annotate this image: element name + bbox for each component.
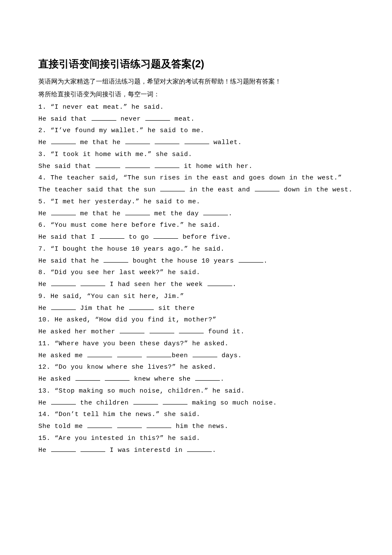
answer-text-segment: He asked me (38, 352, 87, 359)
question-line: 13. “Stop making so much noise, children… (38, 385, 354, 397)
answer-text-segment: making so much noise. (188, 399, 277, 407)
answer-text-segment: He (38, 210, 51, 217)
question-line: 2. “I’ve found my wallet.” he said to me… (38, 125, 354, 137)
answer-text-segment: Jim that he (76, 305, 129, 312)
answer-text-segment: wallet. (210, 139, 242, 146)
blank-input[interactable] (179, 327, 204, 333)
answer-text-segment: . (212, 447, 216, 454)
blank-input[interactable] (239, 256, 263, 263)
answer-text-segment: before five. (179, 234, 231, 241)
blank-input[interactable] (100, 232, 124, 239)
answer-text-segment: . (220, 376, 225, 383)
blank-input[interactable] (125, 137, 150, 144)
blank-input[interactable] (92, 114, 116, 121)
answer-line: She said that it home with her. (38, 161, 354, 173)
blank-input[interactable] (160, 185, 185, 191)
answer-text-segment: . (233, 281, 237, 288)
answer-text-segment: He (38, 139, 51, 146)
answer-text-segment (150, 163, 155, 170)
answer-line: He me that he wallet. (38, 137, 354, 149)
answer-text-segment: it home with her. (180, 163, 253, 170)
blank-input[interactable] (195, 374, 220, 381)
intro-text: 英语网为大家精选了一组语法练习题，希望对大家的考试有所帮助！练习题附有答案！ (38, 76, 354, 88)
blank-input[interactable] (203, 208, 228, 215)
blank-input[interactable] (147, 421, 171, 428)
answer-text-segment: He (38, 447, 51, 454)
blank-input[interactable] (255, 185, 280, 191)
answer-text-segment: me that he (76, 210, 125, 217)
question-line: 5. “I met her yesterday.” he said to me. (38, 196, 354, 208)
blank-input[interactable] (51, 208, 76, 215)
blank-input[interactable] (125, 161, 150, 168)
blank-input[interactable] (150, 327, 174, 333)
page-title: 直接引语变间接引语练习题及答案(2) (38, 55, 354, 73)
answer-text-segment: in the east and (185, 186, 254, 194)
answer-text-segment: He asked her mother (38, 328, 119, 335)
blank-input[interactable] (75, 374, 100, 381)
answer-text-segment: me that he (76, 139, 125, 146)
blank-input[interactable] (208, 279, 232, 286)
answer-text-segment: He said that he (38, 257, 103, 265)
blank-input[interactable] (95, 161, 120, 168)
answer-text-segment: The teacher said that the sun (38, 186, 160, 194)
answer-text-segment: the children (76, 399, 133, 407)
answer-text-segment: meat. (170, 116, 195, 123)
answer-text-segment (112, 352, 117, 359)
blank-input[interactable] (104, 256, 128, 263)
blank-input[interactable] (147, 350, 171, 357)
blank-input[interactable] (133, 398, 158, 405)
blank-input[interactable] (117, 350, 142, 357)
blank-input[interactable] (117, 421, 142, 428)
blank-input[interactable] (184, 137, 209, 144)
answer-text-segment: She told me (38, 423, 87, 430)
exercise-list: 1. “I never eat meat.” he said.He said t… (38, 101, 354, 457)
blank-input[interactable] (163, 398, 187, 405)
answer-line: He said that he bought the house 10 year… (38, 255, 354, 267)
blank-input[interactable] (51, 303, 76, 310)
answer-text-segment: He asked (38, 376, 75, 383)
blank-input[interactable] (155, 137, 179, 144)
worksheet-page: 直接引语变间接引语练习题及答案(2) 英语网为大家精选了一组语法练习题，希望对大… (0, 0, 392, 555)
answer-text-segment (175, 328, 179, 335)
blank-input[interactable] (129, 303, 154, 310)
answer-text-segment (112, 423, 117, 430)
answer-text-segment (121, 163, 125, 170)
answer-text-segment: sit there (154, 305, 195, 312)
answer-line: He Jim that he sit there (38, 303, 354, 315)
question-line: 6. “You must come here before five.” he … (38, 220, 354, 231)
blank-input[interactable] (51, 445, 76, 452)
answer-text-segment: days. (218, 352, 242, 359)
answer-text-segment: . (264, 257, 268, 265)
answer-line: He asked knew where she . (38, 373, 354, 385)
blank-input[interactable] (81, 445, 105, 452)
answer-text-segment (145, 328, 149, 335)
answer-text-segment: I was interestd in (106, 447, 187, 454)
blank-input[interactable] (105, 374, 130, 381)
answer-text-segment: met the day (150, 210, 203, 217)
blank-input[interactable] (51, 137, 76, 144)
blank-input[interactable] (87, 350, 112, 357)
answer-text-segment: He (38, 399, 51, 407)
blank-input[interactable] (125, 208, 150, 215)
blank-input[interactable] (120, 327, 144, 333)
blank-input[interactable] (155, 161, 179, 168)
answer-text-segment: She said that (38, 163, 95, 170)
answer-text-segment (142, 423, 147, 430)
question-line: 11. “Where have you been these days?” he… (38, 338, 354, 350)
blank-input[interactable] (81, 279, 105, 286)
blank-input[interactable] (187, 445, 212, 452)
blank-input[interactable] (153, 232, 178, 239)
question-line: 14. “Don’t tell him the news.” she said. (38, 409, 354, 421)
question-line: 10. He asked, “How did you find it, moth… (38, 314, 354, 326)
blank-input[interactable] (193, 350, 217, 357)
answer-text-segment: never (117, 116, 145, 123)
answer-text-segment: been (172, 352, 192, 359)
answer-text-segment (180, 139, 184, 146)
question-line: 9. He said, “You can sit here, Jim.” (38, 291, 354, 303)
blank-input[interactable] (145, 114, 170, 121)
answer-text-segment: down in the west. (280, 186, 353, 194)
blank-input[interactable] (51, 398, 76, 405)
answer-text-segment: to go (125, 234, 153, 241)
blank-input[interactable] (87, 421, 112, 428)
blank-input[interactable] (51, 279, 76, 286)
